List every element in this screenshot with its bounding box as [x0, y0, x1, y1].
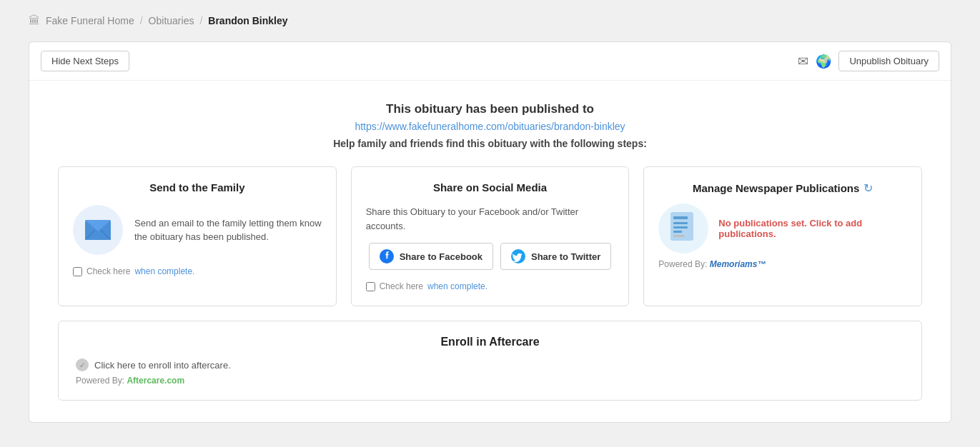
share-twitter-label: Share to Twitter	[531, 251, 600, 262]
building-icon: 🏛	[29, 14, 40, 27]
toolbar: Hide Next Steps ✉ 🌍 Unpublish Obituary	[29, 42, 951, 81]
social-media-title: Share on Social Media	[366, 181, 615, 194]
send-family-card: Send to the Family Send an email to the …	[58, 166, 337, 306]
aftercare-title: Enroll in Aftercare	[76, 336, 904, 348]
send-family-description: Send an email to the family letting them…	[134, 216, 322, 244]
refresh-icon[interactable]: ↻	[863, 181, 873, 195]
svg-rect-9	[673, 226, 688, 228]
social-checkbox-label: Check here	[380, 281, 423, 291]
share-facebook-button[interactable]: Share to Facebook	[369, 243, 493, 270]
newspaper-title: Manage Newspaper Publications	[693, 182, 859, 194]
newspaper-body: No publications set. Click to add public…	[658, 204, 907, 253]
send-family-checkbox[interactable]	[73, 267, 82, 276]
aftercare-enroll-text[interactable]: Click here to enroll into aftercare.	[94, 360, 231, 371]
breadcrumb-sep2: /	[199, 15, 202, 26]
breadcrumb-item-obituaries[interactable]: Obituaries	[149, 15, 194, 26]
twitter-logo-icon	[511, 249, 525, 263]
breadcrumb-item-home[interactable]: Fake Funeral Home	[46, 15, 134, 26]
facebook-logo-icon	[380, 249, 394, 263]
aftercare-powered-by-label: Powered By:	[76, 376, 124, 386]
steps-grid: Send to the Family Send an email to the …	[58, 166, 922, 306]
memoriams-brand[interactable]: Memoriams™	[710, 259, 766, 269]
newspaper-icon-wrapper	[658, 204, 708, 253]
social-complete-link[interactable]: when complete.	[427, 281, 487, 291]
social-buttons: Share to Facebook Share to Twitter	[366, 243, 615, 270]
send-family-checkbox-row: Check here when complete.	[73, 266, 322, 276]
published-header: This obituary has been published to http…	[58, 102, 922, 149]
share-facebook-label: Share to Facebook	[400, 251, 482, 262]
social-media-description: Share this Obituary to your Facebook and…	[366, 205, 615, 233]
powered-by-label: Powered By:	[658, 259, 707, 269]
email-icon-wrapper	[73, 205, 123, 255]
published-link[interactable]: https://www.fakefuneralhome.com/obituari…	[355, 121, 625, 132]
unpublish-obituary-button[interactable]: Unpublish Obituary	[838, 51, 939, 71]
breadcrumb-item-current: Brandon Binkley	[208, 15, 287, 26]
svg-rect-10	[673, 231, 682, 233]
help-text: Help family and friends find this obitua…	[58, 138, 922, 149]
aftercare-check-icon	[76, 358, 89, 371]
send-family-body: Send an email to the family letting them…	[73, 205, 322, 255]
aftercare-brand[interactable]: Aftercare.com	[127, 376, 184, 386]
social-media-card: Share on Social Media Share this Obituar…	[351, 166, 630, 306]
svg-rect-7	[673, 216, 688, 219]
breadcrumb: 🏛 Fake Funeral Home / Obituaries / Brand…	[29, 14, 951, 27]
newspaper-powered-by: Powered By: Memoriams™	[658, 259, 907, 269]
no-publications-text[interactable]: No publications set. Click to add public…	[718, 218, 907, 239]
social-checkbox[interactable]	[366, 282, 375, 291]
send-family-checkbox-label: Check here	[86, 266, 130, 276]
globe-icon[interactable]: 🌍	[816, 54, 831, 69]
aftercare-powered-by: Powered By: Aftercare.com	[76, 376, 904, 386]
newspaper-card: Manage Newspaper Publications ↻	[643, 166, 922, 306]
email-envelope-icon	[85, 220, 111, 240]
aftercare-card: Enroll in Aftercare Click here to enroll…	[58, 321, 922, 401]
send-family-complete-link[interactable]: when complete.	[134, 266, 194, 276]
content-area: This obituary has been published to http…	[29, 81, 951, 422]
send-family-title: Send to the Family	[73, 181, 322, 194]
main-card: Hide Next Steps ✉ 🌍 Unpublish Obituary T…	[29, 41, 951, 423]
breadcrumb-sep1: /	[140, 15, 143, 26]
newspaper-icon	[668, 211, 699, 246]
svg-rect-11	[673, 235, 685, 237]
share-twitter-button[interactable]: Share to Twitter	[500, 243, 611, 270]
published-title: This obituary has been published to	[58, 102, 922, 116]
aftercare-enroll-row: Click here to enroll into aftercare.	[76, 358, 904, 371]
hide-next-steps-button[interactable]: Hide Next Steps	[41, 51, 129, 71]
svg-rect-8	[673, 222, 688, 224]
email-icon[interactable]: ✉	[798, 54, 808, 69]
social-checkbox-row: Check here when complete.	[366, 281, 615, 291]
